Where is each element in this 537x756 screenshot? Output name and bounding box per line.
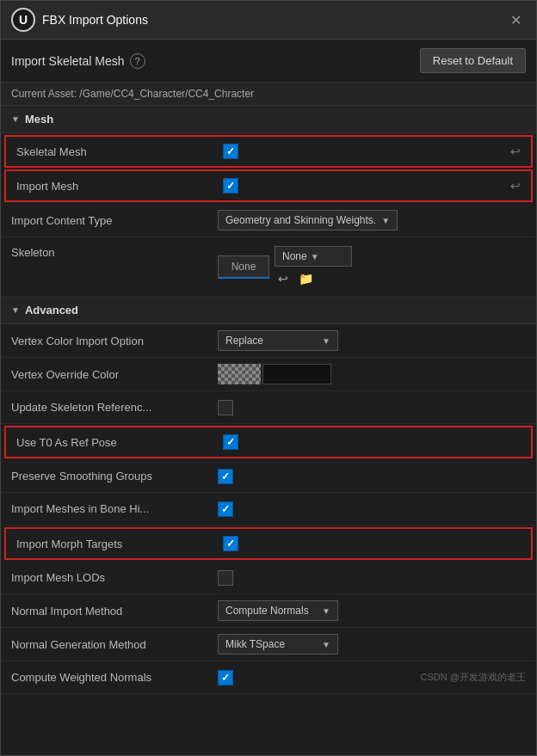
vertex-color-import-row: Vertex Color Import Option Replace ▼ [1, 324, 536, 358]
import-skeletal-mesh-label: Import Skeletal Mesh [11, 54, 125, 68]
preserve-smoothing-groups-row: Preserve Smoothing Groups ✓ [1, 460, 536, 493]
import-morph-targets-control: ✓ [223, 536, 521, 551]
update-skeleton-ref-control [218, 400, 526, 415]
import-content-type-dropdown[interactable]: Geometry and Skinning Weights. ▼ [218, 210, 398, 230]
skeletal-mesh-reset-icon[interactable]: ↩ [510, 144, 521, 158]
skeleton-row: Skeleton None None ▼ ↩ 📁 [1, 237, 536, 297]
header-left: Import Skeletal Mesh ? [11, 53, 145, 69]
content-area: ▼ Mesh Skeletal Mesh ✓ ↩ Import Mesh ✓ [1, 106, 536, 755]
normal-generation-method-control: Mikk TSpace ▼ [218, 634, 526, 655]
checkbox-check-icon: ✓ [226, 145, 235, 157]
normal-generation-method-arrow-icon: ▼ [322, 640, 330, 649]
import-mesh-lods-checkbox[interactable] [218, 570, 233, 586]
skeletal-mesh-label: Skeletal Mesh [16, 145, 223, 158]
skeletal-mesh-control: ✓ [223, 144, 510, 159]
skeleton-type-dropdown[interactable]: None ▼ [275, 246, 352, 267]
title-bar: U FBX Import Options ✕ [1, 1, 536, 40]
import-morph-targets-row: Import Morph Targets ✓ [4, 527, 533, 560]
import-content-type-value: Geometry and Skinning Weights. [225, 214, 376, 226]
import-mesh-lods-row: Import Mesh LODs [1, 562, 536, 594]
import-mesh-lods-label: Import Mesh LODs [11, 571, 218, 584]
reset-to-default-button[interactable]: Reset to Default [420, 48, 526, 73]
mesh-section-label: Mesh [25, 113, 53, 126]
compute-weighted-normals-row: Compute Weighted Normals ✓ CSDN @开发游戏的老王 [1, 661, 536, 694]
mesh-section-header[interactable]: ▼ Mesh [1, 106, 536, 133]
import-mesh-label: Import Mesh [16, 180, 223, 193]
advanced-section-content: Vertex Color Import Option Replace ▼ Ver… [1, 324, 536, 694]
use-t0-as-ref-pose-checkbox[interactable]: ✓ [223, 434, 238, 450]
normal-import-method-row: Normal Import Method Compute Normals ▼ [1, 594, 536, 628]
use-t0-as-ref-pose-control: ✓ [223, 434, 521, 450]
title-bar-left: U FBX Import Options [11, 8, 148, 32]
mesh-section-content: Skeletal Mesh ✓ ↩ Import Mesh ✓ ↩ [1, 135, 536, 297]
import-mesh-reset-icon[interactable]: ↩ [510, 179, 521, 193]
normal-import-method-label: Normal Import Method [11, 605, 218, 618]
checkbox-check-icon3: ✓ [226, 436, 235, 448]
close-button[interactable]: ✕ [505, 9, 526, 30]
normal-generation-method-value: Mikk TSpace [225, 638, 318, 650]
compute-weighted-normals-label: Compute Weighted Normals [11, 671, 218, 684]
skeleton-dropdown-value: None [282, 250, 307, 262]
advanced-section-label: Advanced [25, 304, 78, 317]
checkbox-check-icon6: ✓ [226, 538, 235, 550]
skeleton-control-area: None None ▼ ↩ 📁 [218, 246, 526, 287]
skeletal-mesh-checkbox[interactable]: ✓ [223, 144, 238, 159]
ue-logo: U [11, 8, 35, 32]
normal-import-method-control: Compute Normals ▼ [218, 600, 526, 621]
import-mesh-row: Import Mesh ✓ ↩ [4, 169, 533, 202]
normal-generation-method-dropdown[interactable]: Mikk TSpace ▼ [218, 634, 338, 655]
checkbox-check-icon7: ✓ [221, 672, 230, 684]
import-content-type-row: Import Content Type Geometry and Skinnin… [1, 204, 536, 237]
vertex-color-import-control: Replace ▼ [218, 330, 526, 351]
window-title: FBX Import Options [42, 13, 148, 27]
import-content-type-label: Import Content Type [11, 214, 218, 227]
current-asset-path: Current Asset: /Game/CC4_Character/CC4_C… [1, 83, 536, 106]
skeleton-back-icon[interactable]: ↩ [275, 270, 292, 287]
import-mesh-lods-control [218, 570, 526, 586]
skeleton-dropdown-arrow-icon: ▼ [311, 252, 319, 261]
skeleton-folder-icon[interactable]: 📁 [295, 270, 317, 287]
import-meshes-in-bone-label: Import Meshes in Bone Hi... [11, 502, 218, 515]
normal-generation-method-label: Normal Generation Method [11, 638, 218, 651]
import-content-type-control: Geometry and Skinning Weights. ▼ [218, 210, 526, 230]
skeleton-control: None None ▼ ↩ 📁 [218, 246, 352, 287]
vertex-override-color-label: Vertex Override Color [11, 368, 218, 381]
use-t0-as-ref-pose-row: Use T0 As Ref Pose ✓ [4, 426, 533, 458]
update-skeleton-ref-label: Update Skeleton Referenc... [11, 401, 218, 414]
vertex-color-import-label: Vertex Color Import Option [11, 335, 218, 347]
update-skeleton-ref-row: Update Skeleton Referenc... [1, 391, 536, 424]
skeletal-mesh-row: Skeletal Mesh ✓ ↩ [4, 135, 533, 168]
vertex-color-import-dropdown[interactable]: Replace ▼ [218, 330, 338, 351]
preserve-smoothing-groups-label: Preserve Smoothing Groups [11, 470, 218, 482]
import-morph-targets-checkbox[interactable]: ✓ [223, 536, 238, 551]
mesh-arrow-icon: ▼ [11, 114, 20, 124]
import-mesh-checkbox[interactable]: ✓ [223, 178, 238, 194]
normal-import-method-arrow-icon: ▼ [322, 606, 330, 616]
import-meshes-in-bone-checkbox[interactable]: ✓ [218, 501, 233, 517]
skeleton-icon-group: ↩ 📁 [275, 270, 352, 287]
fbx-import-options-window: U FBX Import Options ✕ Import Skeletal M… [0, 0, 537, 756]
watermark-inline: CSDN @开发游戏的老王 [421, 671, 526, 684]
advanced-section-header[interactable]: ▼ Advanced [1, 297, 536, 324]
color-control [218, 364, 331, 384]
skeleton-none-button[interactable]: None [218, 255, 269, 279]
checkbox-check-icon2: ✓ [226, 180, 235, 192]
compute-weighted-normals-control: ✓ [218, 670, 421, 685]
color-swatch[interactable] [262, 364, 331, 384]
vertex-color-dropdown-arrow-icon: ▼ [322, 336, 330, 346]
import-morph-targets-label: Import Morph Targets [16, 538, 223, 550]
update-skeleton-ref-checkbox[interactable] [218, 400, 233, 415]
help-icon[interactable]: ? [130, 53, 145, 69]
checker-pattern [218, 364, 261, 384]
compute-weighted-normals-checkbox[interactable]: ✓ [218, 670, 233, 685]
vertex-override-color-control [218, 364, 526, 384]
preserve-smoothing-groups-checkbox[interactable]: ✓ [218, 469, 233, 484]
dropdown-arrow-icon: ▼ [381, 216, 390, 225]
use-t0-as-ref-pose-label: Use T0 As Ref Pose [16, 436, 223, 449]
checkbox-check-icon4: ✓ [221, 470, 230, 482]
advanced-arrow-icon: ▼ [11, 305, 20, 315]
normal-generation-method-row: Normal Generation Method Mikk TSpace ▼ [1, 628, 536, 661]
normal-import-method-dropdown[interactable]: Compute Normals ▼ [218, 600, 338, 621]
vertex-color-import-value: Replace [225, 335, 318, 347]
header-bar: Import Skeletal Mesh ? Reset to Default [1, 40, 536, 83]
